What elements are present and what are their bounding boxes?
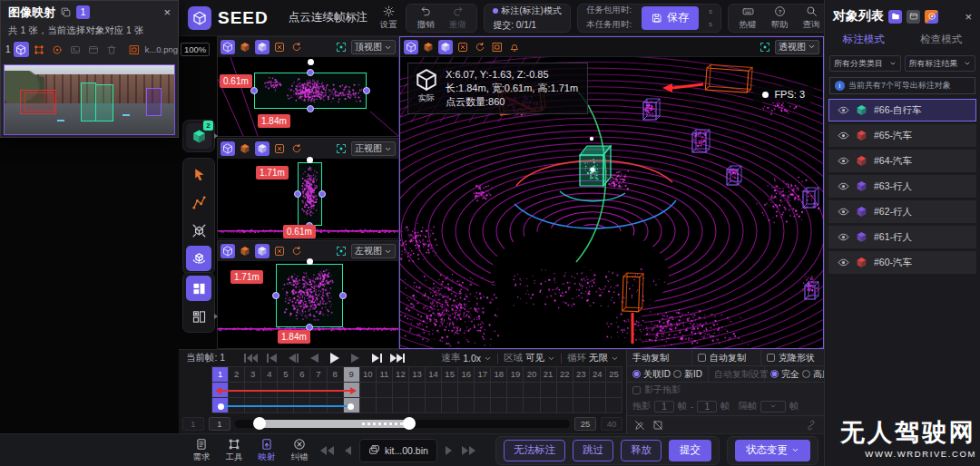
pedestrian-annotation-box[interactable]: [146, 88, 162, 116]
delete-button[interactable]: [104, 42, 120, 57]
release-button[interactable]: 释放: [621, 440, 662, 461]
frame-cell[interactable]: 12: [393, 367, 409, 413]
box-handle[interactable]: [272, 292, 279, 299]
frame-cell[interactable]: 22: [557, 367, 573, 413]
tab-annotate-mode[interactable]: 标注模式: [825, 33, 903, 51]
query-button[interactable]: 查询: [800, 5, 822, 31]
cyclist-annotation-box[interactable]: [81, 83, 96, 121]
status-change-button[interactable]: 状态变更: [735, 440, 810, 461]
prev-file-button[interactable]: [343, 445, 352, 456]
eye-icon[interactable]: [838, 104, 849, 116]
range-start-box[interactable]: 1: [209, 417, 230, 431]
full-radio[interactable]: [770, 370, 779, 378]
prev-package-button[interactable]: [319, 445, 336, 456]
step-back-button[interactable]: [285, 352, 300, 364]
close-icon[interactable]: ×: [965, 10, 972, 24]
play-back-button[interactable]: [306, 352, 321, 364]
frame-cell[interactable]: 21: [541, 367, 557, 413]
frame-cell[interactable]: 8: [328, 367, 344, 413]
frame-cell[interactable]: 9: [344, 367, 360, 413]
save-button[interactable]: 保存: [642, 6, 699, 30]
delete-box-button[interactable]: [272, 244, 287, 258]
redo-button[interactable]: 重做: [446, 5, 468, 31]
polyline-tool-button[interactable]: [186, 189, 211, 215]
shaded-cube-button[interactable]: [255, 141, 270, 156]
close-icon[interactable]: ×: [163, 5, 171, 19]
nested-box-button[interactable]: [127, 42, 142, 57]
delete-box-button[interactable]: [456, 40, 470, 54]
slider-handle-right[interactable]: [403, 417, 416, 430]
solid-cube-button[interactable]: [238, 244, 252, 258]
cube-wire-button[interactable]: [220, 244, 235, 258]
tools-button[interactable]: 工具: [221, 438, 247, 463]
box-handle[interactable]: [363, 87, 370, 94]
frame-strip[interactable]: 1234567891011121314151617181920212223242…: [211, 366, 622, 413]
frame-cell[interactable]: 11: [377, 367, 393, 413]
box-handle[interactable]: [294, 190, 301, 198]
hotkey-button[interactable]: 热键: [737, 5, 759, 31]
frame-cell[interactable]: 6: [294, 367, 310, 413]
frame-cell[interactable]: 4: [261, 367, 278, 413]
frame-cell[interactable]: 15: [442, 367, 458, 413]
clone-shape-checkbox[interactable]: 克隆形状: [761, 350, 824, 365]
mapping-button[interactable]: 映射: [254, 438, 279, 463]
reset-rotation-button[interactable]: [289, 40, 304, 54]
box-handle[interactable]: [250, 87, 258, 94]
new-id-radio[interactable]: [673, 370, 681, 378]
panel-icon[interactable]: [906, 10, 920, 24]
eye-icon[interactable]: [838, 180, 849, 192]
view-canvas[interactable]: 0.61m 1.84m: [218, 57, 398, 136]
palette-icon[interactable]: [925, 10, 938, 24]
cube-tool-button[interactable]: [14, 42, 29, 57]
focus-button[interactable]: [334, 40, 348, 54]
auto-copy-checkbox[interactable]: 自动复制: [692, 350, 761, 365]
view-select[interactable]: 顶视图: [351, 40, 396, 54]
wireframe-annotation-box[interactable]: [803, 188, 818, 208]
reset-rotation-button[interactable]: [473, 40, 487, 54]
pen-slash-icon[interactable]: [634, 420, 645, 431]
layout-split-button[interactable]: [186, 276, 211, 301]
reset-rotation-button[interactable]: [289, 244, 304, 258]
link-id-radio[interactable]: [632, 370, 641, 378]
frame-cell[interactable]: 1: [212, 367, 229, 413]
scale-tool-button[interactable]: [186, 218, 211, 243]
submit-button[interactable]: 提交: [669, 440, 711, 461]
range-min-box[interactable]: 1: [182, 417, 204, 431]
reset-rotation-button[interactable]: [289, 141, 304, 156]
undo-button[interactable]: 撤销: [415, 5, 436, 31]
camera-image-thumbnail[interactable]: [4, 64, 175, 135]
eye-icon[interactable]: [838, 231, 849, 243]
object-list-item[interactable]: #66-自行车: [828, 99, 976, 121]
height-radio[interactable]: [802, 370, 810, 378]
next-keyframe-button[interactable]: [368, 352, 384, 364]
current-file-chip[interactable]: kit...00.bin: [359, 439, 437, 462]
box-slash-icon[interactable]: [652, 420, 663, 431]
frame-cell[interactable]: 3: [245, 367, 261, 413]
trail-end-input[interactable]: 1: [697, 401, 717, 413]
rotation-handle[interactable]: [308, 59, 314, 65]
cube-wire-button[interactable]: [220, 141, 235, 156]
selected-3d-box[interactable]: [580, 137, 611, 186]
view-canvas[interactable]: 1.71m 1.84m: [218, 261, 398, 348]
frame-cell[interactable]: 7: [310, 367, 327, 413]
focus-button[interactable]: [334, 244, 348, 258]
view-select[interactable]: 透视图: [775, 40, 819, 54]
shaded-cube-button[interactable]: [255, 40, 270, 54]
solid-cube-button[interactable]: [238, 141, 252, 156]
frame-cell[interactable]: 16: [458, 367, 475, 413]
category-filter-select[interactable]: 所有分类类目: [829, 55, 901, 72]
circle-tool-button[interactable]: [50, 42, 65, 57]
eye-icon[interactable]: [838, 206, 849, 218]
object-list-item[interactable]: #64-汽车: [828, 150, 976, 172]
auto-copy-setting-select[interactable]: 自动复制设置: [709, 366, 765, 382]
result-filter-select[interactable]: 所有标注结果: [905, 55, 976, 72]
play-button[interactable]: [327, 352, 342, 364]
shadow-trail-checkbox[interactable]: 影子拖影: [627, 383, 686, 397]
selected-box-outline[interactable]: [276, 264, 343, 327]
range-slider[interactable]: [235, 420, 570, 428]
nested-box-button[interactable]: [490, 40, 505, 54]
prev-keyframe-button[interactable]: [264, 352, 279, 364]
rect-tool-button[interactable]: [32, 42, 47, 57]
cube-wire-button[interactable]: [220, 40, 235, 54]
trail-start-input[interactable]: 1: [654, 401, 674, 413]
